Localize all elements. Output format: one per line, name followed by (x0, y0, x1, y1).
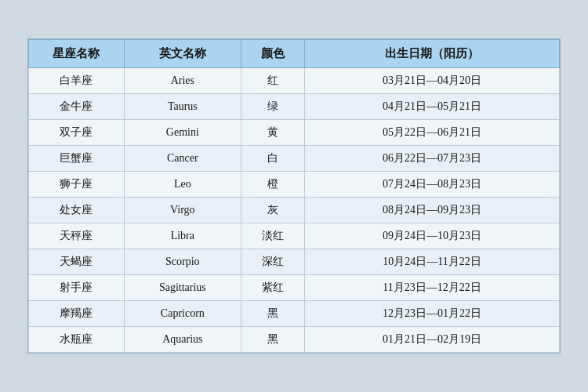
table-header-row: 星座名称 英文名称 颜色 出生日期（阳历） (29, 40, 560, 68)
zodiac-table: 星座名称 英文名称 颜色 出生日期（阳历） 白羊座Aries红03月21日—04… (28, 39, 560, 353)
table-body: 白羊座Aries红03月21日—04月20日金牛座Taurus绿04月21日—0… (29, 68, 560, 353)
cell-date: 07月24日—08月23日 (305, 172, 560, 198)
cell-chinese: 巨蟹座 (29, 146, 125, 172)
cell-date: 06月22日—07月23日 (305, 146, 560, 172)
cell-color: 绿 (241, 94, 304, 120)
cell-color: 黄 (241, 120, 304, 146)
table-row: 狮子座Leo橙07月24日—08月23日 (29, 172, 560, 198)
cell-date: 10月24日—11月22日 (305, 249, 560, 275)
cell-chinese: 狮子座 (29, 172, 125, 198)
table-row: 天秤座Libra淡红09月24日—10月23日 (29, 223, 560, 249)
cell-color: 深红 (241, 249, 304, 275)
cell-chinese: 摩羯座 (29, 301, 125, 327)
header-date: 出生日期（阳历） (305, 40, 560, 68)
cell-english: Libra (124, 223, 241, 249)
table-row: 白羊座Aries红03月21日—04月20日 (29, 68, 560, 94)
cell-date: 09月24日—10月23日 (305, 223, 560, 249)
table-row: 处女座Virgo灰08月24日—09月23日 (29, 198, 560, 223)
header-chinese: 星座名称 (29, 40, 125, 68)
cell-english: Capricorn (124, 301, 241, 327)
cell-chinese: 射手座 (29, 275, 125, 301)
cell-date: 12月23日—01月22日 (305, 301, 560, 327)
table-row: 巨蟹座Cancer白06月22日—07月23日 (29, 146, 560, 172)
cell-chinese: 金牛座 (29, 94, 125, 120)
table-row: 摩羯座Capricorn黑12月23日—01月22日 (29, 301, 560, 327)
cell-chinese: 天秤座 (29, 223, 125, 249)
cell-date: 11月23日—12月22日 (305, 275, 560, 301)
cell-english: Scorpio (124, 249, 241, 275)
cell-date: 08月24日—09月23日 (305, 198, 560, 223)
cell-english: Cancer (124, 146, 241, 172)
cell-color: 黑 (241, 301, 304, 327)
cell-english: Gemini (124, 120, 241, 146)
cell-date: 04月21日—05月21日 (305, 94, 560, 120)
cell-chinese: 双子座 (29, 120, 125, 146)
cell-english: Aries (124, 68, 241, 94)
cell-english: Virgo (124, 198, 241, 223)
cell-date: 01月21日—02月19日 (305, 327, 560, 353)
cell-chinese: 处女座 (29, 198, 125, 223)
cell-date: 03月21日—04月20日 (305, 68, 560, 94)
header-english: 英文名称 (124, 40, 241, 68)
zodiac-table-container: 星座名称 英文名称 颜色 出生日期（阳历） 白羊座Aries红03月21日—04… (27, 38, 561, 354)
table-row: 金牛座Taurus绿04月21日—05月21日 (29, 94, 560, 120)
table-row: 天蝎座Scorpio深红10月24日—11月22日 (29, 249, 560, 275)
cell-english: Taurus (124, 94, 241, 120)
cell-color: 紫红 (241, 275, 304, 301)
table-row: 射手座Sagittarius紫红11月23日—12月22日 (29, 275, 560, 301)
cell-chinese: 白羊座 (29, 68, 125, 94)
table-row: 水瓶座Aquarius黑01月21日—02月19日 (29, 327, 560, 353)
cell-color: 白 (241, 146, 304, 172)
cell-english: Leo (124, 172, 241, 198)
cell-chinese: 天蝎座 (29, 249, 125, 275)
table-row: 双子座Gemini黄05月22日—06月21日 (29, 120, 560, 146)
cell-date: 05月22日—06月21日 (305, 120, 560, 146)
cell-english: Aquarius (124, 327, 241, 353)
cell-color: 红 (241, 68, 304, 94)
cell-color: 黑 (241, 327, 304, 353)
header-color: 颜色 (241, 40, 304, 68)
cell-color: 淡红 (241, 223, 304, 249)
cell-english: Sagittarius (124, 275, 241, 301)
cell-color: 橙 (241, 172, 304, 198)
cell-chinese: 水瓶座 (29, 327, 125, 353)
cell-color: 灰 (241, 198, 304, 223)
